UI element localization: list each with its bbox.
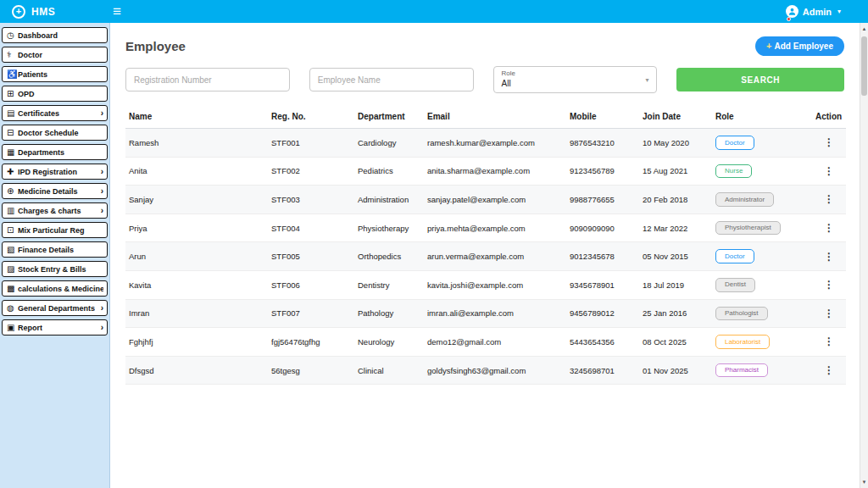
cell-department: Cardiology [354, 129, 424, 158]
role-badge: Dentist [715, 278, 755, 292]
sidebar-item-label: Certificates [18, 109, 59, 118]
row-actions-menu-icon[interactable]: ⋮ [824, 222, 834, 234]
sidebar-item-medicine-details[interactable]: ⊕ Medicine Details › [2, 183, 108, 199]
sidebar-item-report[interactable]: ▣ Report › [2, 319, 108, 336]
cell-email: priya.mehta@example.com [424, 214, 566, 242]
cell-department: Neurology [354, 328, 424, 357]
sidebar-item-departments[interactable]: ▦ Departments [2, 144, 108, 160]
cell-mobile: 3245698701 [566, 356, 639, 385]
sidebar-item-doctor-schedule[interactable]: ⊟ Doctor Schedule [2, 125, 108, 141]
column-header-join-date: Join Date [639, 105, 712, 129]
employee-table-wrap: NameReg. No.DepartmentEmailMobileJoin Da… [110, 103, 860, 385]
cell-action: ⋮ [812, 356, 846, 385]
table-body: RameshSTF001Cardiologyramesh.kumar@examp… [125, 129, 846, 385]
registration-number-input[interactable] [125, 68, 290, 92]
cell-mobile: 9988776655 [566, 186, 639, 214]
row-actions-menu-icon[interactable]: ⋮ [824, 308, 834, 319]
table-row: ImranSTF007Pathologyimran.ali@example.co… [125, 299, 846, 328]
cell-join-date: 25 Jan 2016 [639, 299, 712, 328]
cell-action: ⋮ [812, 299, 846, 328]
role-badge: Doctor [715, 136, 754, 150]
vertical-scrollbar[interactable]: ▲ ▼ [860, 23, 868, 488]
role-badge: Physiotherapist [715, 221, 781, 236]
user-menu[interactable]: Admin ▾ [786, 5, 841, 18]
scroll-up-arrow-icon[interactable]: ▲ [860, 25, 868, 33]
sidebar-item-label: IPD Registration [18, 168, 77, 176]
sidebar-item-doctor[interactable]: ⚕ Doctor [2, 47, 108, 63]
table-row: Fghjhfjfgj56476tgfhgNeurologydemo12@gmai… [125, 328, 846, 357]
sidebar-item-label: Report [18, 324, 42, 332]
column-header-name: Name [125, 105, 268, 129]
role-badge: Pathologist [715, 307, 768, 321]
cell-join-date: 12 Mar 2022 [639, 214, 712, 242]
column-header-action: Action [812, 105, 846, 129]
cell-email: sanjay.patel@example.com [424, 186, 566, 214]
sidebar-item-mix-particular-reg[interactable]: ⊡ Mix Particular Reg [2, 222, 108, 238]
employee-name-input[interactable] [309, 68, 474, 92]
row-actions-menu-icon[interactable]: ⋮ [824, 165, 834, 177]
cell-role: Laboratorist [712, 328, 812, 357]
row-actions-menu-icon[interactable]: ⋮ [824, 279, 834, 291]
sidebar-item-patients[interactable]: ♿ Patients [2, 66, 108, 82]
cell-role: Doctor [712, 129, 812, 158]
opd-calendar-icon: ⊞ [7, 89, 18, 98]
sidebar-item-label: Finance Details [18, 246, 74, 254]
chevron-right-icon: › [101, 108, 103, 118]
scrollbar-thumb[interactable] [861, 36, 867, 96]
row-actions-menu-icon[interactable]: ⋮ [824, 193, 834, 205]
cell-name: Anita [125, 157, 268, 186]
hamburger-menu-icon[interactable]: ≡ [113, 0, 121, 23]
sidebar-item-label: Mix Particular Reg [18, 226, 85, 235]
role-select[interactable]: Role All ▾ [493, 66, 658, 93]
cell-action: ⋮ [812, 157, 846, 186]
table-row: ArunSTF005Orthopedicsarun.verma@example.… [125, 242, 846, 271]
sidebar-item-label: Dashboard [18, 31, 58, 40]
cell-join-date: 15 Aug 2021 [639, 157, 712, 186]
cell-role: Pathologist [712, 299, 812, 328]
cell-name: Kavita [125, 270, 268, 299]
search-button[interactable]: SEARCH [676, 68, 844, 92]
sidebar-item-certificates[interactable]: ▤ Certificates › [2, 105, 108, 121]
table-row: PriyaSTF004Physiotherapypriya.mehta@exam… [125, 214, 846, 242]
sidebar-item-ipd-registration[interactable]: ✚ IPD Registration › [2, 164, 108, 180]
cell-join-date: 20 Feb 2018 [639, 186, 712, 214]
cell-join-date: 08 Oct 2025 [639, 328, 712, 357]
sidebar-item-opd[interactable]: ⊞ OPD [2, 86, 108, 102]
cell-email: arun.verma@example.com [424, 242, 566, 271]
row-actions-menu-icon[interactable]: ⋮ [824, 336, 834, 347]
cell-join-date: 01 Nov 2025 [639, 356, 712, 385]
cell-role: Pharmacist [712, 356, 812, 385]
sidebar-item-dashboard[interactable]: ◷ Dashboard [2, 27, 108, 43]
sidebar-item-stock-entry-bills[interactable]: ▨ Stock Entry & Bills [2, 261, 108, 277]
row-actions-menu-icon[interactable]: ⋮ [824, 251, 834, 263]
row-actions-menu-icon[interactable]: ⋮ [824, 364, 834, 376]
cell-mobile: 5443654356 [566, 328, 639, 357]
sidebar-item-charges-charts[interactable]: ▥ Charges & charts › [2, 202, 108, 219]
add-employee-button[interactable]: + Add Employee [755, 36, 844, 56]
row-actions-menu-icon[interactable]: ⋮ [824, 136, 834, 148]
dropdown-caret-icon: ▾ [645, 76, 648, 84]
notification-dot [787, 17, 791, 21]
column-header-department: Department [354, 105, 424, 129]
cell-department: Pathology [354, 299, 424, 328]
cell-reg: STF003 [268, 186, 354, 214]
dashboard-icon: ◷ [7, 30, 18, 40]
sidebar-item-label: Doctor [18, 51, 42, 59]
scroll-down-arrow-icon[interactable]: ▼ [860, 478, 868, 486]
cell-reg: STF006 [268, 270, 354, 299]
cell-join-date: 18 Jul 2019 [639, 270, 712, 299]
cell-department: Administration [354, 186, 424, 214]
table-row: SanjaySTF003Administrationsanjay.patel@e… [125, 186, 846, 214]
sidebar-item-general-departments[interactable]: ◍ General Departments › [2, 300, 108, 316]
sidebar-item-calculations-medicines[interactable]: ▩ calculations & Medicines [2, 280, 108, 297]
role-badge: Nurse [715, 164, 752, 179]
chevron-down-icon: ▾ [837, 8, 841, 15]
add-employee-label: Add Employee [775, 42, 833, 51]
cell-name: Arun [125, 242, 268, 271]
column-header-email: Email [424, 105, 566, 129]
sidebar-item-finance-details[interactable]: ▧ Finance Details [2, 241, 108, 258]
cell-role: Physiotherapist [712, 214, 812, 242]
cell-reg: STF007 [268, 299, 354, 328]
brand-area[interactable]: + HMS [12, 5, 55, 19]
cell-action: ⋮ [812, 328, 846, 357]
